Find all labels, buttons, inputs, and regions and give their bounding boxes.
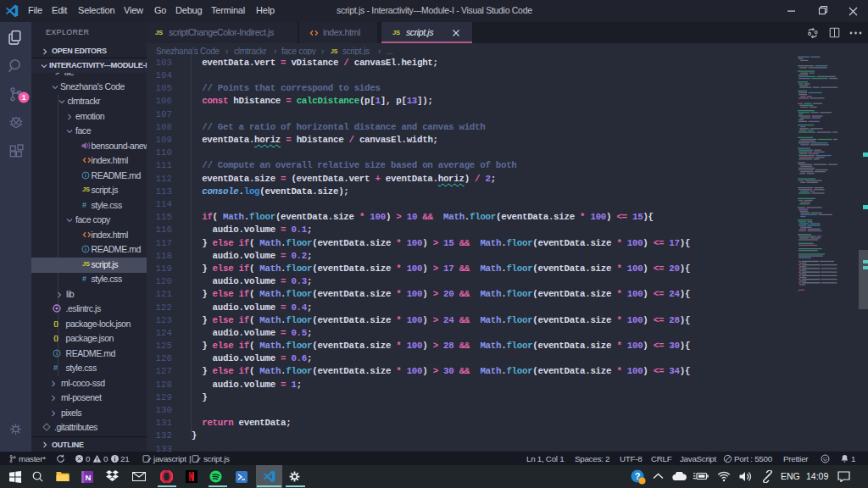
svg-text:N: N	[86, 472, 92, 481]
